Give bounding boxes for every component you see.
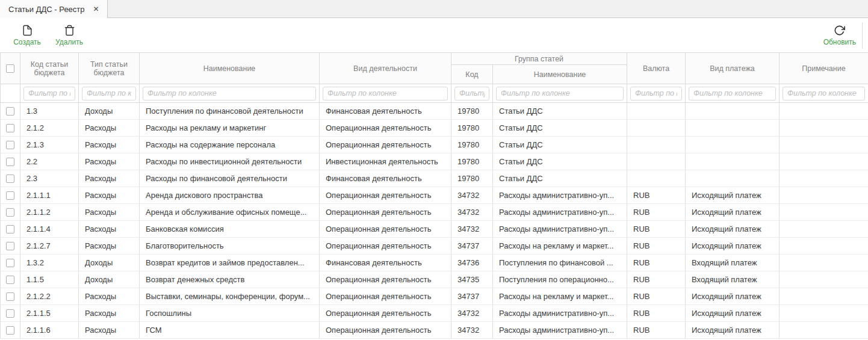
table-row[interactable]: 2.1.1.2РасходыАренда и обслуживание офис…	[1, 204, 868, 221]
col-header-currency[interactable]: Валюта	[627, 53, 686, 84]
row-checkbox[interactable]	[6, 158, 14, 166]
table-row[interactable]: 2.1.1.6РасходыГСМОперационная деятельнос…	[1, 322, 868, 339]
cell-payment-type: Исходящий платеж	[686, 322, 780, 339]
cell-currency: RUB	[627, 238, 686, 255]
filter-input-budget-type[interactable]	[82, 87, 136, 100]
row-checkbox[interactable]	[6, 242, 14, 250]
cell-name: Госпошлины	[140, 305, 320, 322]
cell-name: Поступления по финансовой деятельности	[140, 103, 320, 120]
row-checkbox-cell	[1, 103, 20, 120]
cell-name: Благотворительность	[140, 238, 320, 255]
filter-input-budget-code[interactable]	[23, 87, 75, 100]
cell-currency	[627, 153, 686, 170]
row-checkbox[interactable]	[6, 309, 14, 318]
new-document-icon	[22, 25, 33, 36]
row-checkbox[interactable]	[6, 141, 14, 149]
table-row[interactable]: 2.3РасходыРасходы по финансовой деятельн…	[1, 170, 868, 187]
filter-input-name[interactable]	[143, 87, 316, 100]
col-header-payment-type[interactable]: Вид платежа	[686, 53, 780, 84]
cell-budget-code: 2.1.1.2	[20, 204, 79, 221]
row-checkbox[interactable]	[6, 276, 14, 284]
row-checkbox[interactable]	[6, 326, 14, 335]
toolbar-divider	[862, 22, 863, 49]
table-row[interactable]: 1.3ДоходыПоступления по финансовой деяте…	[1, 103, 868, 120]
cell-budget-type: Расходы	[79, 120, 140, 137]
table-row[interactable]: 1.3.2ДоходыВозврат кредитов и займов пре…	[1, 255, 868, 271]
cell-name: Аренда и обслуживание офисных помеще...	[140, 204, 320, 221]
row-checkbox[interactable]	[6, 225, 14, 233]
tab-close-icon[interactable]: ✕	[93, 5, 99, 13]
cell-group-name: Расходы административно-уп...	[493, 322, 627, 339]
cell-payment-type: Исходящий платеж	[686, 305, 780, 322]
col-header-name[interactable]: Наименование	[140, 53, 320, 84]
row-checkbox[interactable]	[6, 208, 14, 217]
filter-input-payment-type[interactable]	[689, 87, 776, 100]
row-checkbox-cell	[1, 170, 20, 187]
row-checkbox-cell	[1, 238, 20, 255]
cell-group-name: Расходы административно-уп...	[493, 187, 627, 204]
cell-note	[780, 153, 868, 170]
row-checkbox[interactable]	[6, 124, 14, 132]
cell-activity: Операционная деятельность	[320, 238, 451, 255]
toolbar-right-group: Обновить	[823, 22, 868, 49]
table-row[interactable]: 2.1.1.4РасходыБанковская комиссияОпераци…	[1, 221, 868, 238]
col-header-note[interactable]: Примечание	[780, 53, 868, 84]
tab-statyi-dds-reestr[interactable]: Статьи ДДС - Реестр ✕	[0, 0, 108, 18]
row-checkbox-cell	[1, 255, 20, 271]
filter-cell	[320, 84, 451, 103]
cell-budget-code: 2.1.1.4	[20, 221, 79, 238]
row-checkbox[interactable]	[6, 292, 14, 301]
col-header-group-name[interactable]: Наименование	[493, 65, 627, 84]
table-row[interactable]: 2.1.2РасходыРасходы на рекламу и маркети…	[1, 120, 868, 137]
col-header-budget-code[interactable]: Код статьи бюджета	[20, 53, 79, 84]
filter-cell	[20, 84, 79, 103]
cell-group-code: 34735	[451, 271, 493, 288]
filter-input-group-name[interactable]	[496, 87, 624, 100]
table-row[interactable]: 2.2РасходыРасходы по инвестиционной деят…	[1, 153, 868, 170]
cell-currency	[627, 170, 686, 187]
cell-budget-code: 2.2	[20, 153, 79, 170]
row-checkbox-cell	[1, 221, 20, 238]
table-row[interactable]: 1.1.5ДоходыВозврат денежных средствОпера…	[1, 271, 868, 288]
row-checkbox[interactable]	[6, 259, 14, 267]
cell-note	[780, 271, 868, 288]
refresh-button[interactable]: Обновить	[823, 25, 856, 46]
cell-name: Расходы по инвестиционной деятельности	[140, 153, 320, 170]
col-header-activity[interactable]: Вид деятельности	[320, 53, 451, 84]
cell-group-name: Поступления по операционно...	[493, 271, 627, 288]
cell-note	[780, 187, 868, 204]
cell-group-name: Статьи ДДС	[493, 170, 627, 187]
table-row[interactable]: 2.1.2.2РасходыВыставки, семинары, конфер…	[1, 288, 868, 305]
row-checkbox[interactable]	[6, 175, 14, 183]
cell-budget-type: Расходы	[79, 221, 140, 238]
table-row[interactable]: 2.1.1.1РасходыАренда дискового пространс…	[1, 187, 868, 204]
col-header-group-code[interactable]: Код	[451, 65, 493, 84]
cell-note	[780, 238, 868, 255]
row-checkbox[interactable]	[6, 107, 14, 116]
cell-budget-code: 2.1.3	[20, 137, 79, 153]
select-all-checkbox[interactable]	[6, 64, 14, 73]
cell-activity: Операционная деятельность	[320, 271, 451, 288]
cell-budget-type: Расходы	[79, 322, 140, 339]
col-header-budget-type[interactable]: Тип статьи бюджета	[79, 53, 140, 84]
filter-input-activity[interactable]	[323, 87, 448, 100]
cell-budget-code: 2.1.2.2	[20, 288, 79, 305]
cell-group-code: 34737	[451, 238, 493, 255]
row-checkbox[interactable]	[6, 191, 14, 200]
tab-bar: Статьи ДДС - Реестр ✕	[0, 0, 868, 18]
cell-activity: Операционная деятельность	[320, 187, 451, 204]
filter-cell	[627, 84, 686, 103]
table-row[interactable]: 2.1.2.7РасходыБлаготворительностьОпераци…	[1, 238, 868, 255]
cell-group-name: Расходы на рекламу и маркет...	[493, 288, 627, 305]
filter-input-note[interactable]	[783, 87, 865, 100]
cell-budget-code: 1.3	[20, 103, 79, 120]
table-row[interactable]: 2.1.3РасходыРасходы на содержание персон…	[1, 137, 868, 153]
cell-budget-type: Доходы	[79, 103, 140, 120]
create-button[interactable]: Создать	[13, 25, 41, 46]
table-row[interactable]: 2.1.1.5РасходыГоспошлиныОперационная дея…	[1, 305, 868, 322]
delete-button[interactable]: Удалить	[55, 25, 83, 46]
filter-input-group-code[interactable]	[454, 87, 489, 100]
cell-budget-type: Расходы	[79, 170, 140, 187]
filter-input-currency[interactable]	[630, 87, 682, 100]
cell-activity: Операционная деятельность	[320, 288, 451, 305]
